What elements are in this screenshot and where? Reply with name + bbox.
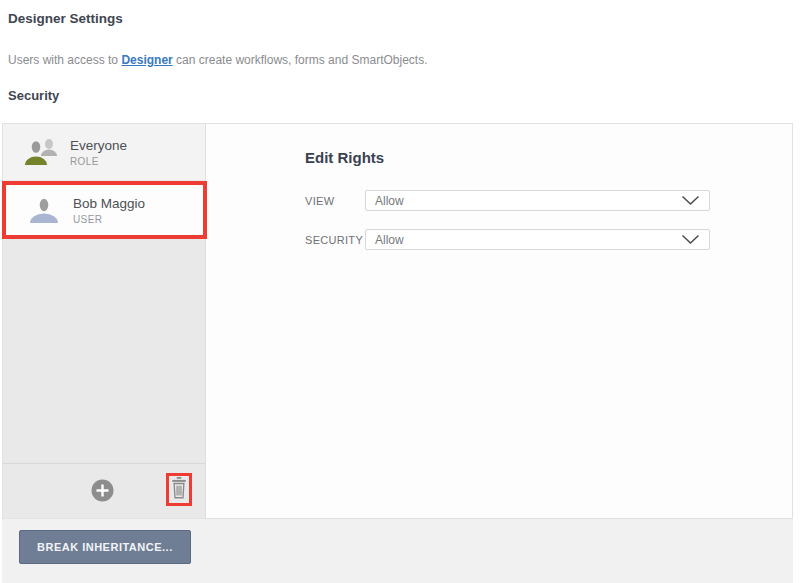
- view-rights-row: VIEW Allow: [305, 190, 792, 211]
- view-label: VIEW: [305, 195, 365, 207]
- security-label: SECURITY: [305, 234, 365, 246]
- add-principal-button[interactable]: [91, 479, 114, 502]
- sidebar-footer: [3, 463, 205, 518]
- security-rights-value: Allow: [375, 233, 404, 247]
- principal-item-everyone[interactable]: Everyone ROLE: [3, 124, 205, 180]
- description-prefix: Users with access to: [8, 53, 121, 67]
- chevron-down-icon: [681, 231, 700, 249]
- principal-name: Bob Maggio: [73, 196, 145, 212]
- annotation-box-delete-button: [166, 473, 192, 506]
- chevron-down-icon: [681, 192, 700, 210]
- inheritance-action-bar: BREAK INHERITANCE...: [2, 519, 793, 583]
- security-rights-dropdown[interactable]: Allow: [365, 229, 710, 250]
- security-rights-row: SECURITY Allow: [305, 229, 792, 250]
- user-icon: [26, 194, 62, 226]
- page-title: Designer Settings: [0, 0, 800, 26]
- principal-text: Everyone ROLE: [70, 138, 127, 167]
- principals-sidebar: Everyone ROLE Bob Maggio USER: [3, 124, 206, 518]
- principal-type: ROLE: [70, 156, 127, 167]
- security-panel: Everyone ROLE Bob Maggio USER: [2, 123, 793, 519]
- principal-name: Everyone: [70, 138, 127, 154]
- principal-text: Bob Maggio USER: [73, 196, 145, 225]
- designer-link[interactable]: Designer: [121, 53, 172, 67]
- annotation-box-selected-user: Bob Maggio USER: [2, 181, 207, 239]
- view-rights-value: Allow: [375, 194, 404, 208]
- sidebar-spacer: [3, 239, 205, 463]
- description-suffix: can create workflows, forms and SmartObj…: [173, 53, 428, 67]
- trash-icon: [170, 475, 188, 504]
- delete-principal-button[interactable]: [170, 475, 188, 504]
- principal-type: USER: [73, 214, 145, 225]
- principal-item-bob-maggio[interactable]: Bob Maggio USER: [6, 185, 203, 235]
- page-description: Users with access to Designer can create…: [8, 53, 800, 67]
- plus-icon: [91, 490, 114, 505]
- break-inheritance-button[interactable]: BREAK INHERITANCE...: [19, 530, 191, 564]
- role-group-icon: [23, 136, 59, 168]
- designer-settings-page: Designer Settings Users with access to D…: [0, 0, 800, 583]
- edit-rights-panel: Edit Rights VIEW Allow SECURITY Allow: [206, 124, 792, 518]
- view-rights-dropdown[interactable]: Allow: [365, 190, 710, 211]
- edit-rights-heading: Edit Rights: [305, 149, 792, 166]
- security-section-title: Security: [8, 88, 800, 103]
